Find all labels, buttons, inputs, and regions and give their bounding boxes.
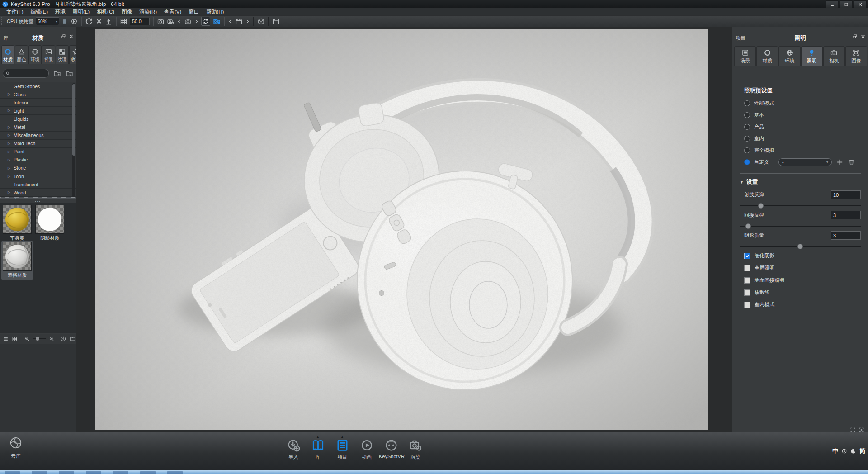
- camera-icon[interactable]: [184, 18, 192, 25]
- maximize-button[interactable]: [840, 0, 853, 8]
- previous-camera-icon[interactable]: [177, 19, 182, 24]
- minimize-button[interactable]: [826, 0, 839, 8]
- project-tab-5[interactable]: 图像: [845, 46, 867, 66]
- expand-arrow-icon[interactable]: ▷: [8, 150, 14, 154]
- footer-book-button[interactable]: ▲ 库: [306, 435, 330, 460]
- material-category[interactable]: Gem Stones: [0, 82, 76, 90]
- preset-option[interactable]: 完全模拟: [744, 144, 861, 156]
- menu-item[interactable]: 相机(C): [93, 8, 118, 15]
- previous-studio-icon[interactable]: [228, 19, 233, 24]
- import-model-icon[interactable]: [105, 18, 113, 25]
- radio-button[interactable]: [744, 136, 750, 142]
- expand-arrow-icon[interactable]: ▷: [8, 92, 14, 96]
- footer-project-button[interactable]: ▲ 项目: [330, 435, 354, 460]
- category-scrollbar[interactable]: [72, 83, 75, 197]
- menu-item[interactable]: 图像: [118, 8, 136, 15]
- preset-option[interactable]: 性能模式: [744, 97, 861, 109]
- menu-item[interactable]: 渲染(R): [136, 8, 160, 15]
- footer-import-button[interactable]: 导入: [281, 435, 306, 460]
- delete-geometry-icon[interactable]: [95, 18, 103, 25]
- lighting-option[interactable]: 焦散线: [744, 286, 861, 299]
- radio-button[interactable]: [744, 100, 750, 106]
- scrollbar-thumb[interactable]: [72, 84, 75, 156]
- presentation-frame-icon[interactable]: [859, 427, 864, 433]
- list-view-icon[interactable]: [3, 336, 9, 342]
- radio-button[interactable]: [744, 112, 750, 118]
- expand-arrow-icon[interactable]: ▷: [8, 125, 14, 129]
- material-thumbnail[interactable]: 阴影材质: [34, 204, 66, 242]
- taskbar-item[interactable]: [167, 471, 183, 474]
- material-category[interactable]: ▷ Metal: [0, 123, 76, 131]
- delete-preset-icon[interactable]: [848, 158, 855, 166]
- material-category[interactable]: ▷ Wood: [0, 189, 76, 197]
- update-folder-icon[interactable]: [66, 70, 73, 77]
- project-tab-2[interactable]: 环境: [778, 46, 800, 66]
- material-category[interactable]: Liquids: [0, 115, 76, 123]
- zoom-in-icon[interactable]: [49, 336, 54, 341]
- splitter-handle[interactable]: •••: [0, 199, 76, 203]
- footer-animation-button[interactable]: 动画: [354, 435, 379, 460]
- material-category[interactable]: ▷ Mold-Tech: [0, 140, 76, 148]
- add-folder-icon[interactable]: [53, 70, 61, 77]
- menu-item[interactable]: 文件(F): [3, 8, 27, 15]
- lighting-option[interactable]: 全局照明: [744, 262, 861, 274]
- ime-punctuation-icon[interactable]: [841, 448, 847, 454]
- close-button[interactable]: [854, 0, 867, 8]
- checkbox[interactable]: [744, 289, 750, 296]
- checkbox[interactable]: [744, 265, 750, 271]
- menu-item[interactable]: 查看(V): [160, 8, 185, 15]
- taskbar-item[interactable]: [5, 471, 20, 474]
- fullscreen-frame-icon[interactable]: [850, 427, 856, 433]
- slider-track[interactable]: [740, 246, 861, 247]
- preset-option[interactable]: 室内: [744, 133, 861, 144]
- pause-icon[interactable]: [61, 18, 68, 25]
- show-panel-icon[interactable]: [272, 18, 280, 25]
- menu-item[interactable]: 帮助(H): [203, 8, 227, 15]
- cpu-usage-select[interactable]: 50%▾: [36, 17, 59, 25]
- brightness-input[interactable]: 50.0: [130, 18, 150, 25]
- expand-arrow-icon[interactable]: ▷: [8, 133, 14, 137]
- expand-arrow-icon[interactable]: ▷: [8, 166, 14, 170]
- menu-item[interactable]: 环境: [52, 8, 69, 15]
- add-preset-icon[interactable]: [836, 158, 844, 166]
- material-category[interactable]: ▷ Miscellaneous: [0, 132, 76, 140]
- material-category[interactable]: ▷ Plastic: [0, 156, 76, 164]
- library-tab-3[interactable]: 背景: [42, 45, 55, 64]
- taskbar-item[interactable]: [59, 471, 74, 474]
- library-tab-1[interactable]: 颜色: [15, 45, 28, 64]
- slider-value-input[interactable]: 3: [831, 211, 861, 219]
- slider-value-input[interactable]: 3: [831, 231, 861, 240]
- camera-settings-icon[interactable]: [167, 18, 175, 25]
- custom-preset-select[interactable]: -▾: [778, 158, 832, 166]
- checkbox[interactable]: [744, 302, 750, 308]
- menu-item[interactable]: 编辑(E): [27, 8, 52, 15]
- undock-panel-icon[interactable]: [61, 34, 66, 39]
- next-camera-icon[interactable]: [194, 19, 199, 24]
- material-category[interactable]: Translucent: [0, 180, 76, 189]
- grid-view-icon[interactable]: [12, 336, 18, 342]
- slider-value-input[interactable]: 10: [831, 190, 861, 199]
- next-studio-icon[interactable]: [245, 19, 250, 24]
- upload-material-icon[interactable]: [60, 336, 66, 342]
- screenshot-icon[interactable]: [157, 18, 165, 25]
- material-category[interactable]: ▷ Toon: [0, 172, 76, 180]
- material-category[interactable]: Interior: [0, 99, 76, 107]
- footer-render-button[interactable]: 渲染: [403, 435, 428, 460]
- expand-arrow-icon[interactable]: ▷: [8, 174, 14, 178]
- menu-item[interactable]: 照明(L): [69, 8, 93, 15]
- slider-thumb[interactable]: [758, 203, 764, 209]
- expand-arrow-icon[interactable]: ▷: [8, 190, 14, 194]
- lighting-option[interactable]: 细化阴影: [744, 250, 861, 262]
- material-thumbnail[interactable]: 遮挡材质: [1, 241, 33, 280]
- slider-track[interactable]: [740, 226, 861, 227]
- library-tab-4[interactable]: 纹理: [56, 45, 69, 64]
- project-tab-1[interactable]: 材质: [756, 46, 778, 66]
- search-input[interactable]: [10, 71, 44, 76]
- ime-moon-icon[interactable]: [850, 448, 856, 454]
- radio-button[interactable]: [744, 147, 750, 153]
- expand-arrow-icon[interactable]: ▷: [8, 158, 14, 162]
- preset-option[interactable]: 基本: [744, 109, 861, 121]
- performance-mode-icon[interactable]: [71, 18, 78, 25]
- expand-arrow-icon[interactable]: ▷: [8, 109, 14, 113]
- close-panel-icon[interactable]: [69, 34, 74, 39]
